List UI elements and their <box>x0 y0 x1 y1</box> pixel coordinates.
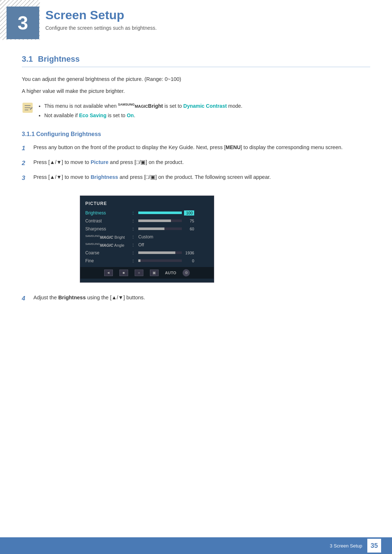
menu-value-coarse: 1936 <box>184 251 194 255</box>
step-text-3: Press [▲/▼] to move to Brightness and pr… <box>33 173 271 183</box>
section-title: Brightness <box>38 54 80 64</box>
menu-value-magic-angle: Off <box>138 242 144 247</box>
menu-value-contrast: 75 <box>184 219 194 223</box>
subsection-title: Configuring Brightness <box>36 131 101 137</box>
menu-row-brightness: Brightness : 100 <box>80 209 214 217</box>
chapter-title-area: Screen Setup Configure the screen settin… <box>45 8 157 31</box>
menu-row-coarse: Coarse : 1936 <box>80 249 214 257</box>
note-item-2: Not available if Eco Saving is set to On… <box>44 111 242 120</box>
bar-bg-sharpness <box>138 227 182 230</box>
menu-row-contrast: Contrast : 75 <box>80 217 214 225</box>
step-text-4: Adjust the Brightness using the [▲/▼] bu… <box>33 294 145 303</box>
menu-row-fine: Fine : 0 <box>80 257 214 265</box>
chapter-number-box: 3 <box>7 7 39 39</box>
main-content: 3.1 Brightness You can adjust the genera… <box>22 54 370 532</box>
step-2: 2 Press [▲/▼] to move to Picture and pre… <box>22 158 370 168</box>
picture-menu-title: PICTURE <box>80 200 214 209</box>
section-description1: You can adjust the general brightness of… <box>22 75 370 83</box>
menu-value-fine: 0 <box>184 259 194 263</box>
step-4: 4 Adjust the Brightness using the [▲/▼] … <box>22 294 370 303</box>
step-1: 1 Press any button on the front of the p… <box>22 143 370 153</box>
menu-row-sharpness: Sharpness : 60 <box>80 225 214 233</box>
menu-label-sharpness: Sharpness <box>85 226 132 231</box>
step-3: 3 Press [▲/▼] to move to Brightness and … <box>22 173 370 183</box>
bar-bg-fine <box>138 259 182 262</box>
subsection-number: 3.1.1 <box>22 131 35 137</box>
menu-icon-1: ◄ <box>104 270 113 276</box>
section-description2: A higher value will make the picture bri… <box>22 87 370 95</box>
menu-value-magic-bright: Custom <box>138 234 153 239</box>
menu-icon-3: ＋ <box>135 270 143 276</box>
bar-fill-brightness <box>138 212 182 214</box>
chapter-number: 3 <box>18 12 28 34</box>
menu-icon-4: ▣ <box>150 270 159 276</box>
bar-fill-sharpness <box>138 227 164 230</box>
picture-menu-container: PICTURE Brightness : 100 Contrast : <box>80 196 214 283</box>
menu-row-magic-angle: SAMSUNGMAGIC Angle : Off <box>80 241 214 249</box>
bar-fill-coarse <box>138 251 175 254</box>
footer-page-number: 35 <box>367 539 381 553</box>
bar-bg-brightness <box>138 212 182 214</box>
menu-icon-auto: AUTO <box>165 271 176 275</box>
chapter-title: Screen Setup <box>45 8 157 22</box>
bar-fill-fine <box>138 259 140 262</box>
section-heading: 3.1 Brightness <box>22 54 370 67</box>
menu-label-brightness: Brightness <box>85 210 132 216</box>
subsection-heading: 3.1.1 Configuring Brightness <box>22 131 370 138</box>
bar-bg-contrast <box>138 219 182 222</box>
step-text-1: Press any button on the front of the pro… <box>33 143 343 153</box>
step-num-2: 2 <box>22 158 28 168</box>
menu-icon-2: ■ <box>119 270 128 276</box>
section-number: 3.1 <box>22 54 33 64</box>
step-num-3: 3 <box>22 173 28 183</box>
note-item-1: This menu is not available when SAMSUNGM… <box>44 102 242 111</box>
menu-label-fine: Fine <box>85 258 132 263</box>
footer: 3 Screen Setup 35 <box>0 537 392 554</box>
menu-label-coarse: Coarse <box>85 250 132 255</box>
step-num-4: 4 <box>22 294 28 303</box>
menu-icon-circle: ⚙ <box>183 269 190 276</box>
menu-row-magic-bright: SAMSUNGMAGIC Bright : Custom <box>80 233 214 241</box>
picture-menu: PICTURE Brightness : 100 Contrast : <box>80 196 214 283</box>
steps-list-4: 4 Adjust the Brightness using the [▲/▼] … <box>22 294 370 303</box>
chapter-subtitle: Configure the screen settings such as br… <box>45 25 157 31</box>
steps-list: 1 Press any button on the front of the p… <box>22 143 370 183</box>
note-icon <box>22 102 33 114</box>
bar-bg-coarse <box>138 251 182 254</box>
menu-label-magic-bright: SAMSUNGMAGIC Bright <box>85 234 132 239</box>
step-text-2: Press [▲/▼] to move to Picture and press… <box>33 158 184 168</box>
menu-value-sharpness: 60 <box>184 227 194 231</box>
menu-value-brightness: 100 <box>184 210 194 216</box>
footer-text: 3 Screen Setup <box>330 543 362 549</box>
menu-label-magic-angle: SAMSUNGMAGIC Angle <box>85 242 132 247</box>
bar-fill-contrast <box>138 219 171 222</box>
note-box: This menu is not available when SAMSUNGM… <box>22 102 370 121</box>
picture-menu-iconbar: ◄ ■ ＋ ▣ AUTO ⚙ <box>80 267 214 279</box>
step-num-1: 1 <box>22 143 28 153</box>
note-list: This menu is not available when SAMSUNGM… <box>38 102 242 121</box>
menu-label-contrast: Contrast <box>85 218 132 223</box>
